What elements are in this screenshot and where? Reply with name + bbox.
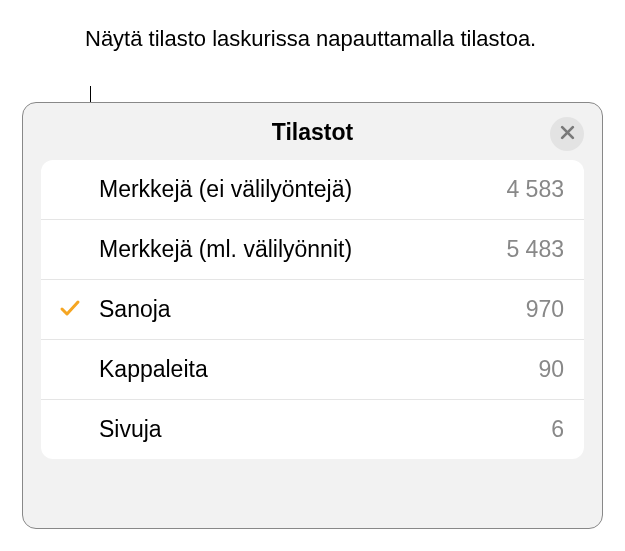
close-button[interactable] xyxy=(550,117,584,151)
statistics-list: Merkkejä (ei välilyöntejä) 4 583 Merkkej… xyxy=(41,160,584,459)
stat-value: 6 xyxy=(551,416,564,443)
statistics-popover: Tilastot Merkkejä (ei välilyöntejä) 4 58… xyxy=(22,102,603,529)
stat-value: 90 xyxy=(538,356,564,383)
stat-label: Merkkejä (ei välilyöntejä) xyxy=(99,176,506,203)
stat-value: 970 xyxy=(526,296,564,323)
popover-header: Tilastot xyxy=(23,103,602,160)
checkmark-icon xyxy=(59,297,81,323)
close-icon xyxy=(560,125,575,144)
stat-row-characters-with-spaces[interactable]: Merkkejä (ml. välilyönnit) 5 483 xyxy=(41,220,584,280)
stat-value: 5 483 xyxy=(506,236,564,263)
stat-value: 4 583 xyxy=(506,176,564,203)
check-column xyxy=(41,297,99,323)
stat-row-characters-no-spaces[interactable]: Merkkejä (ei välilyöntejä) 4 583 xyxy=(41,160,584,220)
stat-label: Merkkejä (ml. välilyönnit) xyxy=(99,236,506,263)
callout-text: Näytä tilasto laskurissa napauttamalla t… xyxy=(85,24,536,54)
stat-label: Kappaleita xyxy=(99,356,538,383)
stat-label: Sanoja xyxy=(99,296,526,323)
stat-row-pages[interactable]: Sivuja 6 xyxy=(41,400,584,459)
stat-row-words[interactable]: Sanoja 970 xyxy=(41,280,584,340)
stat-label: Sivuja xyxy=(99,416,551,443)
popover-title: Tilastot xyxy=(23,119,602,146)
stat-row-paragraphs[interactable]: Kappaleita 90 xyxy=(41,340,584,400)
